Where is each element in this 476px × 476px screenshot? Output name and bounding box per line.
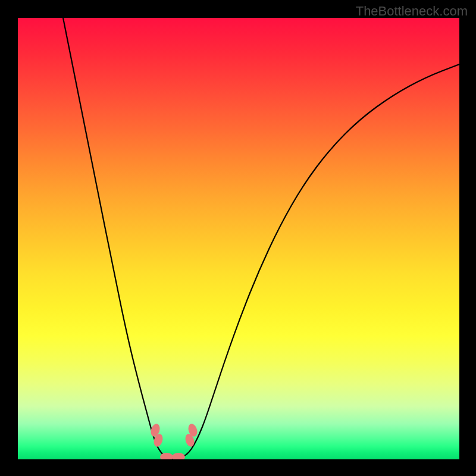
bottleneck-curve bbox=[63, 18, 459, 459]
marker-point bbox=[172, 453, 185, 459]
curve-markers bbox=[149, 422, 199, 459]
chart-svg bbox=[18, 18, 459, 459]
plot-area bbox=[18, 18, 459, 459]
watermark-text: TheBottleneck.com bbox=[356, 4, 468, 19]
